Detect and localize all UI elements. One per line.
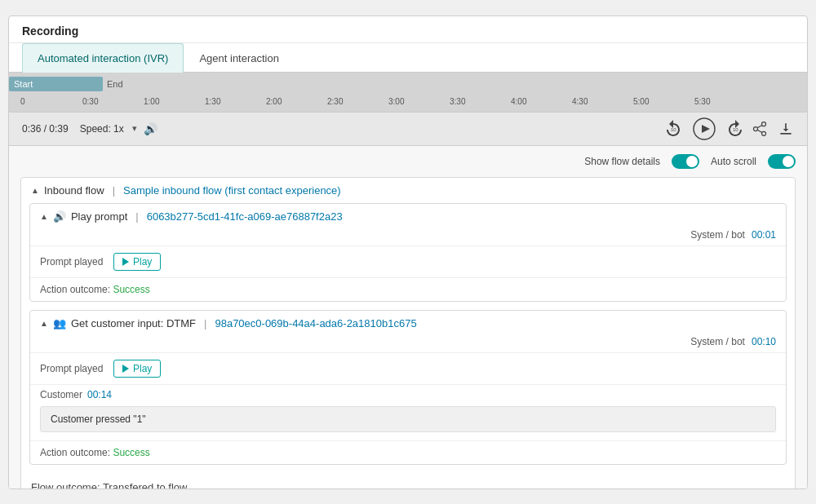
- play-prompt-name: Play prompt: [71, 210, 127, 223]
- get-input-collapse[interactable]: ▲: [40, 319, 48, 328]
- timeline-ruler: 0 0:30 1:00 1:30 2:00 2:30 3:00 3:30 4:0…: [9, 95, 807, 112]
- timeline-start-label: Start: [14, 79, 33, 89]
- get-input-prompt-label: Prompt played: [40, 363, 105, 374]
- ruler-tick-300: 3:00: [388, 97, 404, 106]
- show-flow-label: Show flow details: [584, 156, 660, 167]
- svg-point-6: [762, 131, 766, 135]
- download-button[interactable]: [778, 121, 794, 137]
- get-input-meta: System / bot 00:10: [30, 336, 786, 352]
- speed-dropdown-icon[interactable]: ▾: [132, 123, 137, 134]
- ruler-tick-130: 1:30: [205, 97, 220, 106]
- svg-line-8: [757, 125, 762, 127]
- ruler-tick-200: 2:00: [266, 97, 282, 106]
- ruler-tick-430: 4:30: [572, 97, 588, 106]
- play-prompt-link[interactable]: 6063b277-5cd1-41fc-a069-ae76887f2a23: [147, 210, 343, 223]
- play-prompt-card: ▲ 🔊 Play prompt | 6063b277-5cd1-41fc-a06…: [29, 203, 787, 302]
- ruler-tick-400: 4:00: [511, 97, 526, 106]
- get-input-play-label: Play: [133, 363, 152, 374]
- tab-agent[interactable]: Agent interaction: [184, 43, 295, 73]
- outcome-label: Action outcome:: [40, 284, 110, 295]
- persons-icon: 👥: [53, 317, 66, 329]
- get-input-link[interactable]: 98a70ec0-069b-44a4-ada6-2a1810b1c675: [215, 317, 416, 329]
- tabs-bar: Automated interaction (IVR) Agent intera…: [9, 43, 807, 73]
- speed-label: Speed: 1x: [80, 123, 124, 135]
- svg-point-5: [754, 126, 758, 130]
- play-prompt-sep: |: [135, 210, 138, 223]
- svg-line-7: [757, 130, 762, 132]
- ruler-tick-100: 1:00: [144, 97, 159, 106]
- flow-options-bar: Show flow details Auto scroll: [20, 154, 796, 169]
- play-triangle-icon: [122, 258, 129, 266]
- get-input-play-button[interactable]: Play: [113, 360, 161, 378]
- main-window: Recording Automated interaction (IVR) Ag…: [8, 15, 808, 489]
- play-prompt-outcome: Action outcome: Success: [30, 277, 786, 301]
- get-input-card: ▲ 👥 Get customer input: DTMF | 98a70ec0-…: [29, 310, 787, 465]
- customer-input-box: Customer pressed "1": [40, 406, 776, 432]
- flow-outcome: Flow outcome: Transfered to flow: [21, 473, 795, 489]
- prompt-played-label: Prompt played: [40, 256, 105, 267]
- play-prompt-button[interactable]: Play: [113, 253, 161, 271]
- inbound-flow-link[interactable]: Sample inbound flow (first contact exper…: [123, 184, 341, 197]
- play-prompt-meta-label: System / bot: [690, 229, 745, 241]
- svg-point-4: [762, 122, 766, 126]
- customer-label: Customer: [40, 389, 82, 400]
- get-input-outcome-value: Success: [113, 447, 149, 458]
- rewind-button[interactable]: 10: [663, 119, 683, 139]
- play-button-label: Play: [133, 256, 152, 267]
- ruler-tick-030: 0:30: [82, 97, 98, 106]
- get-input-outcome-label: Action outcome:: [40, 447, 110, 458]
- get-input-meta-label: System / bot: [690, 336, 745, 347]
- get-input-header: ▲ 👥 Get customer input: DTMF | 98a70ec0-…: [30, 311, 786, 336]
- get-input-sep: |: [204, 317, 206, 329]
- extra-controls: [752, 121, 794, 137]
- time-display: 0:36 / 0:39: [22, 123, 69, 135]
- forward-button[interactable]: 10: [725, 119, 745, 139]
- inbound-flow-name: Inbound flow: [44, 184, 104, 197]
- auto-scroll-toggle[interactable]: [768, 154, 796, 169]
- customer-time: 00:14: [87, 389, 112, 400]
- play-prompt-meta: System / bot 00:01: [30, 229, 786, 245]
- customer-row: Customer 00:14: [30, 384, 786, 403]
- ruler-tick-530: 5:30: [694, 97, 710, 106]
- window-title: Recording: [9, 16, 807, 43]
- outcome-value: Success: [113, 284, 149, 295]
- volume-icon[interactable]: 🔊: [144, 122, 157, 135]
- svg-text:10: 10: [671, 127, 676, 132]
- playback-controls: 10 10: [663, 117, 745, 140]
- ruler-tick-0: 0: [20, 97, 25, 106]
- speaker-icon: 🔊: [53, 210, 66, 223]
- inbound-flow-collapse[interactable]: ▲: [31, 186, 39, 195]
- play-prompt-header: ▲ 🔊 Play prompt | 6063b277-5cd1-41fc-a06…: [30, 204, 786, 229]
- svg-text:10: 10: [733, 127, 738, 132]
- svg-marker-2: [702, 125, 710, 133]
- play-pause-button[interactable]: [693, 117, 716, 140]
- share-button[interactable]: [752, 121, 768, 137]
- get-input-prompt-row: Prompt played Play: [30, 352, 786, 384]
- get-input-outcome: Action outcome: Success: [30, 440, 786, 464]
- timeline-end-label: End: [107, 79, 123, 89]
- play-prompt-collapse[interactable]: ▲: [40, 212, 48, 221]
- play-prompt-row: Prompt played Play: [30, 245, 786, 277]
- controls-bar: 0:36 / 0:39 Speed: 1x ▾ 🔊 10 10: [9, 113, 807, 146]
- timeline-container: Start End 0 0:30 1:00 1:30 2:00 2:30 3:0…: [9, 73, 807, 113]
- get-input-name: Get customer input: DTMF: [71, 317, 196, 329]
- timeline-segment: Start: [9, 77, 103, 91]
- inbound-flow-sep: |: [113, 184, 115, 197]
- play-triangle-icon-2: [122, 365, 129, 373]
- play-prompt-time: 00:01: [752, 229, 776, 241]
- ruler-tick-500: 5:00: [633, 97, 649, 106]
- inbound-flow-header: ▲ Inbound flow | Sample inbound flow (fi…: [21, 178, 795, 203]
- timeline-track[interactable]: Start End: [9, 73, 807, 95]
- tab-ivr[interactable]: Automated interaction (IVR): [22, 43, 184, 73]
- show-flow-toggle[interactable]: [672, 154, 699, 169]
- inbound-flow-section: ▲ Inbound flow | Sample inbound flow (fi…: [20, 177, 796, 489]
- flow-content: Show flow details Auto scroll ▲ Inbound …: [9, 146, 807, 489]
- get-input-time: 00:10: [752, 336, 776, 347]
- ruler-tick-230: 2:30: [327, 97, 343, 106]
- ruler-tick-330: 3:30: [450, 97, 465, 106]
- auto-scroll-label: Auto scroll: [711, 156, 756, 167]
